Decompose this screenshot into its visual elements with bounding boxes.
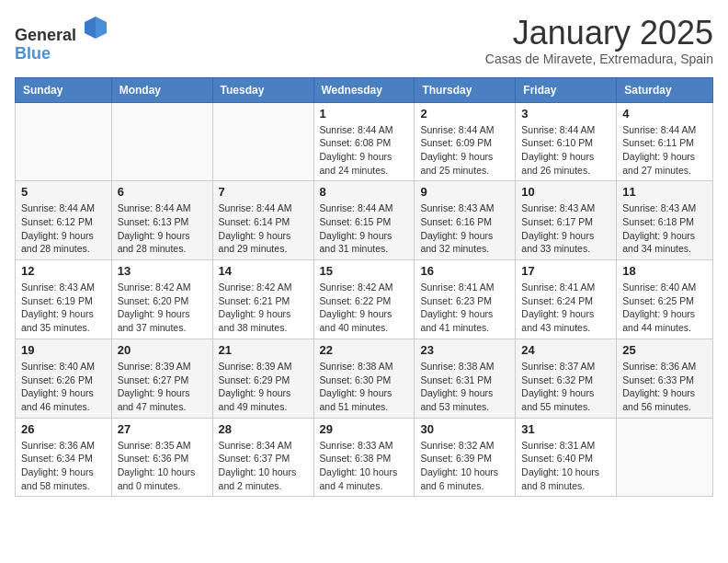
day-info: Sunrise: 8:32 AMSunset: 6:39 PMDaylight:… bbox=[420, 439, 509, 493]
calendar-cell: 16Sunrise: 8:41 AMSunset: 6:23 PMDayligh… bbox=[415, 260, 516, 339]
day-info: Sunrise: 8:42 AMSunset: 6:20 PMDaylight:… bbox=[118, 281, 207, 335]
weekday-header-thursday: Thursday bbox=[415, 77, 516, 102]
day-number: 14 bbox=[219, 264, 308, 278]
calendar-cell: 3Sunrise: 8:44 AMSunset: 6:10 PMDaylight… bbox=[516, 102, 617, 181]
calendar-cell: 12Sunrise: 8:43 AMSunset: 6:19 PMDayligh… bbox=[16, 260, 112, 339]
day-info: Sunrise: 8:43 AMSunset: 6:16 PMDaylight:… bbox=[420, 201, 509, 256]
calendar-cell: 8Sunrise: 8:44 AMSunset: 6:15 PMDaylight… bbox=[313, 181, 415, 260]
day-number: 15 bbox=[320, 264, 409, 278]
day-number: 31 bbox=[521, 422, 610, 436]
day-number: 23 bbox=[420, 343, 509, 357]
day-number: 19 bbox=[21, 343, 106, 357]
day-info: Sunrise: 8:33 AMSunset: 6:38 PMDaylight:… bbox=[320, 439, 409, 493]
day-info: Sunrise: 8:44 AMSunset: 6:09 PMDaylight:… bbox=[420, 123, 509, 178]
day-number: 8 bbox=[320, 185, 409, 199]
calendar-table: SundayMondayTuesdayWednesdayThursdayFrid… bbox=[15, 77, 713, 498]
day-number: 25 bbox=[622, 343, 707, 357]
week-row-1: 1Sunrise: 8:44 AMSunset: 6:08 PMDaylight… bbox=[16, 102, 713, 181]
week-row-2: 5Sunrise: 8:44 AMSunset: 6:12 PMDaylight… bbox=[16, 181, 713, 260]
day-number: 1 bbox=[320, 107, 409, 121]
calendar-cell: 2Sunrise: 8:44 AMSunset: 6:09 PMDaylight… bbox=[415, 102, 516, 181]
day-info: Sunrise: 8:44 AMSunset: 6:13 PMDaylight:… bbox=[118, 201, 207, 256]
day-number: 5 bbox=[21, 185, 106, 199]
day-number: 29 bbox=[320, 422, 409, 436]
week-row-5: 26Sunrise: 8:36 AMSunset: 6:34 PMDayligh… bbox=[16, 418, 713, 497]
day-number: 28 bbox=[219, 422, 308, 436]
day-number: 20 bbox=[118, 343, 207, 357]
calendar-cell: 5Sunrise: 8:44 AMSunset: 6:12 PMDaylight… bbox=[16, 181, 112, 260]
calendar-cell bbox=[16, 102, 112, 181]
day-info: Sunrise: 8:42 AMSunset: 6:21 PMDaylight:… bbox=[219, 281, 308, 335]
day-info: Sunrise: 8:42 AMSunset: 6:22 PMDaylight:… bbox=[320, 281, 409, 335]
day-number: 10 bbox=[521, 185, 610, 199]
day-info: Sunrise: 8:41 AMSunset: 6:24 PMDaylight:… bbox=[521, 281, 610, 335]
day-info: Sunrise: 8:44 AMSunset: 6:10 PMDaylight:… bbox=[521, 123, 610, 178]
weekday-header-wednesday: Wednesday bbox=[313, 77, 415, 102]
day-info: Sunrise: 8:35 AMSunset: 6:36 PMDaylight:… bbox=[118, 439, 207, 493]
logo-top-line: General bbox=[15, 15, 108, 45]
day-number: 16 bbox=[420, 264, 509, 278]
day-number: 9 bbox=[420, 185, 509, 199]
day-info: Sunrise: 8:39 AMSunset: 6:29 PMDaylight:… bbox=[219, 360, 308, 414]
month-title: January 2025 bbox=[485, 15, 713, 52]
day-info: Sunrise: 8:43 AMSunset: 6:18 PMDaylight:… bbox=[622, 201, 707, 256]
weekday-header-friday: Friday bbox=[516, 77, 617, 102]
calendar-cell: 29Sunrise: 8:33 AMSunset: 6:38 PMDayligh… bbox=[313, 418, 415, 497]
calendar-cell: 17Sunrise: 8:41 AMSunset: 6:24 PMDayligh… bbox=[516, 260, 617, 339]
day-number: 13 bbox=[118, 264, 207, 278]
day-info: Sunrise: 8:44 AMSunset: 6:12 PMDaylight:… bbox=[21, 201, 106, 256]
calendar-cell: 4Sunrise: 8:44 AMSunset: 6:11 PMDaylight… bbox=[617, 102, 713, 181]
day-info: Sunrise: 8:44 AMSunset: 6:11 PMDaylight:… bbox=[622, 123, 707, 178]
day-number: 26 bbox=[21, 422, 106, 436]
calendar-cell: 22Sunrise: 8:38 AMSunset: 6:30 PMDayligh… bbox=[313, 339, 415, 418]
week-row-4: 19Sunrise: 8:40 AMSunset: 6:26 PMDayligh… bbox=[16, 339, 713, 418]
day-info: Sunrise: 8:43 AMSunset: 6:19 PMDaylight:… bbox=[21, 281, 106, 335]
day-number: 17 bbox=[521, 264, 610, 278]
day-number: 6 bbox=[118, 185, 207, 199]
calendar-cell: 19Sunrise: 8:40 AMSunset: 6:26 PMDayligh… bbox=[16, 339, 112, 418]
calendar-cell: 26Sunrise: 8:36 AMSunset: 6:34 PMDayligh… bbox=[16, 418, 112, 497]
calendar-cell: 18Sunrise: 8:40 AMSunset: 6:25 PMDayligh… bbox=[617, 260, 713, 339]
calendar-cell: 11Sunrise: 8:43 AMSunset: 6:18 PMDayligh… bbox=[617, 181, 713, 260]
location-subtitle: Casas de Miravete, Extremadura, Spain bbox=[485, 52, 713, 66]
calendar-cell: 6Sunrise: 8:44 AMSunset: 6:13 PMDaylight… bbox=[111, 181, 212, 260]
day-info: Sunrise: 8:36 AMSunset: 6:34 PMDaylight:… bbox=[21, 439, 106, 493]
calendar-cell: 9Sunrise: 8:43 AMSunset: 6:16 PMDaylight… bbox=[415, 181, 516, 260]
logo-flag-icon bbox=[83, 15, 108, 40]
calendar-cell: 13Sunrise: 8:42 AMSunset: 6:20 PMDayligh… bbox=[111, 260, 212, 339]
day-number: 7 bbox=[219, 185, 308, 199]
day-info: Sunrise: 8:38 AMSunset: 6:30 PMDaylight:… bbox=[320, 360, 409, 414]
logo-general: General bbox=[15, 26, 76, 44]
day-info: Sunrise: 8:41 AMSunset: 6:23 PMDaylight:… bbox=[420, 281, 509, 335]
day-info: Sunrise: 8:44 AMSunset: 6:14 PMDaylight:… bbox=[219, 201, 308, 256]
calendar-cell bbox=[212, 102, 313, 181]
day-info: Sunrise: 8:38 AMSunset: 6:31 PMDaylight:… bbox=[420, 360, 509, 414]
week-row-3: 12Sunrise: 8:43 AMSunset: 6:19 PMDayligh… bbox=[16, 260, 713, 339]
day-number: 4 bbox=[622, 107, 707, 121]
day-number: 21 bbox=[219, 343, 308, 357]
calendar-cell: 31Sunrise: 8:31 AMSunset: 6:40 PMDayligh… bbox=[516, 418, 617, 497]
day-info: Sunrise: 8:39 AMSunset: 6:27 PMDaylight:… bbox=[118, 360, 207, 414]
calendar-cell: 14Sunrise: 8:42 AMSunset: 6:21 PMDayligh… bbox=[212, 260, 313, 339]
day-info: Sunrise: 8:31 AMSunset: 6:40 PMDaylight:… bbox=[521, 439, 610, 493]
calendar-cell: 1Sunrise: 8:44 AMSunset: 6:08 PMDaylight… bbox=[313, 102, 415, 181]
calendar-cell bbox=[617, 418, 713, 497]
weekday-header-saturday: Saturday bbox=[617, 77, 713, 102]
day-info: Sunrise: 8:40 AMSunset: 6:26 PMDaylight:… bbox=[21, 360, 106, 414]
weekday-header-monday: Monday bbox=[111, 77, 212, 102]
calendar-cell: 10Sunrise: 8:43 AMSunset: 6:17 PMDayligh… bbox=[516, 181, 617, 260]
svg-marker-0 bbox=[96, 17, 107, 39]
calendar-cell: 28Sunrise: 8:34 AMSunset: 6:37 PMDayligh… bbox=[212, 418, 313, 497]
title-area: January 2025 Casas de Miravete, Extremad… bbox=[485, 15, 713, 66]
logo: General Blue bbox=[15, 15, 108, 63]
day-info: Sunrise: 8:37 AMSunset: 6:32 PMDaylight:… bbox=[521, 360, 610, 414]
calendar-cell: 21Sunrise: 8:39 AMSunset: 6:29 PMDayligh… bbox=[212, 339, 313, 418]
calendar-cell: 30Sunrise: 8:32 AMSunset: 6:39 PMDayligh… bbox=[415, 418, 516, 497]
day-number: 3 bbox=[521, 107, 610, 121]
day-info: Sunrise: 8:44 AMSunset: 6:15 PMDaylight:… bbox=[320, 201, 409, 256]
day-number: 24 bbox=[521, 343, 610, 357]
calendar-cell: 25Sunrise: 8:36 AMSunset: 6:33 PMDayligh… bbox=[617, 339, 713, 418]
weekday-header-sunday: Sunday bbox=[16, 77, 112, 102]
weekday-header-tuesday: Tuesday bbox=[212, 77, 313, 102]
header: General Blue January 2025 Casas de Mirav… bbox=[15, 15, 713, 66]
